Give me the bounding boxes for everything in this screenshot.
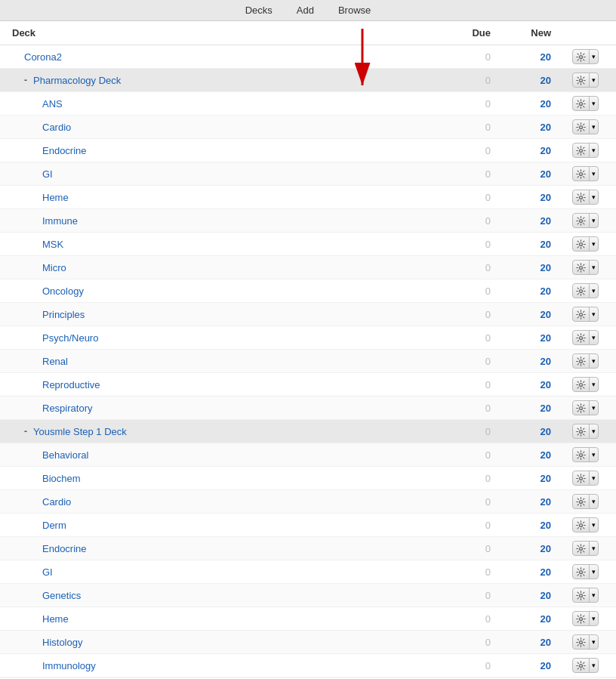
dropdown-arrow[interactable]: ▾ <box>590 518 598 532</box>
gear-button[interactable] <box>573 565 590 579</box>
gear-button[interactable] <box>573 331 590 344</box>
study-button[interactable]: ▾ <box>572 353 599 369</box>
dropdown-arrow[interactable]: ▾ <box>590 424 598 438</box>
deck-link[interactable]: Cardio <box>42 122 71 133</box>
gear-button[interactable] <box>573 588 590 602</box>
dropdown-arrow[interactable]: ▾ <box>590 659 598 672</box>
gear-button[interactable] <box>573 261 590 274</box>
deck-link[interactable]: Corona2 <box>24 51 62 63</box>
deck-link[interactable]: Endocrine <box>42 543 87 554</box>
deck-link[interactable]: MSK <box>42 239 63 250</box>
study-button[interactable]: ▾ <box>572 96 599 111</box>
deck-link[interactable]: Genetics <box>42 590 81 601</box>
dropdown-arrow[interactable]: ▾ <box>590 73 598 87</box>
dropdown-arrow[interactable]: ▾ <box>590 214 598 227</box>
study-button[interactable]: ▾ <box>572 447 599 462</box>
study-button[interactable]: ▾ <box>572 424 599 439</box>
deck-link[interactable]: Oncology <box>42 285 84 297</box>
deck-link[interactable]: Heme <box>42 613 69 625</box>
gear-button[interactable] <box>573 635 590 649</box>
dropdown-arrow[interactable]: ▾ <box>590 120 598 134</box>
study-button[interactable]: ▾ <box>572 283 599 298</box>
study-button[interactable]: ▾ <box>572 190 599 205</box>
deck-link[interactable]: Principles <box>42 309 85 320</box>
dropdown-arrow[interactable]: ▾ <box>590 331 598 344</box>
gear-button[interactable] <box>573 659 590 672</box>
study-button[interactable]: ▾ <box>572 541 599 556</box>
study-button[interactable]: ▾ <box>572 377 599 392</box>
study-button[interactable]: ▾ <box>572 494 599 509</box>
gear-button[interactable] <box>573 190 590 204</box>
dropdown-arrow[interactable]: ▾ <box>590 401 598 415</box>
deck-link[interactable]: Pharmacology Deck <box>33 75 121 86</box>
gear-button[interactable] <box>573 284 590 298</box>
study-button[interactable]: ▾ <box>572 49 599 64</box>
gear-button[interactable] <box>573 612 590 625</box>
deck-link[interactable]: Psych/Neuro <box>42 332 98 344</box>
deck-link[interactable]: Immune <box>42 215 78 227</box>
dropdown-arrow[interactable]: ▾ <box>590 190 598 204</box>
collapse-icon[interactable]: - <box>24 426 27 437</box>
dropdown-arrow[interactable]: ▾ <box>590 50 598 63</box>
deck-link[interactable]: Behavioral <box>42 449 88 461</box>
deck-link[interactable]: Histology <box>42 637 82 648</box>
dropdown-arrow[interactable]: ▾ <box>590 378 598 391</box>
study-button[interactable]: ▾ <box>572 73 599 88</box>
study-button[interactable]: ▾ <box>572 588 599 603</box>
study-button[interactable]: ▾ <box>572 634 599 650</box>
study-button[interactable]: ▾ <box>572 260 599 275</box>
gear-button[interactable] <box>573 237 590 251</box>
gear-button[interactable] <box>573 120 590 134</box>
deck-link[interactable]: Heme <box>42 192 69 203</box>
gear-button[interactable] <box>573 378 590 391</box>
study-button[interactable]: ▾ <box>572 517 599 532</box>
gear-button[interactable] <box>573 495 590 508</box>
dropdown-arrow[interactable]: ▾ <box>590 261 598 274</box>
study-button[interactable]: ▾ <box>572 611 599 626</box>
dropdown-arrow[interactable]: ▾ <box>590 588 598 602</box>
gear-button[interactable] <box>573 73 590 87</box>
dropdown-arrow[interactable]: ▾ <box>590 354 598 368</box>
study-button[interactable]: ▾ <box>572 143 599 158</box>
dropdown-arrow[interactable]: ▾ <box>590 307 598 321</box>
study-button[interactable]: ▾ <box>572 564 599 579</box>
study-button[interactable]: ▾ <box>572 400 599 415</box>
deck-link[interactable]: Biochem <box>42 473 81 484</box>
study-button[interactable]: ▾ <box>572 330 599 345</box>
study-button[interactable]: ▾ <box>572 307 599 322</box>
gear-button[interactable] <box>573 542 590 555</box>
deck-link[interactable]: GI <box>42 566 53 578</box>
dropdown-arrow[interactable]: ▾ <box>590 237 598 251</box>
menu-add[interactable]: Add <box>292 3 319 17</box>
deck-link[interactable]: Endocrine <box>42 145 87 156</box>
dropdown-arrow[interactable]: ▾ <box>590 542 598 555</box>
study-button[interactable]: ▾ <box>572 166 599 181</box>
gear-button[interactable] <box>573 471 590 485</box>
gear-button[interactable] <box>573 424 590 438</box>
deck-link[interactable]: ANS <box>42 98 63 110</box>
gear-button[interactable] <box>573 97 590 110</box>
gear-button[interactable] <box>573 401 590 415</box>
study-button[interactable]: ▾ <box>572 236 599 252</box>
dropdown-arrow[interactable]: ▾ <box>590 284 598 298</box>
deck-link[interactable]: Cardio <box>42 496 71 508</box>
menu-browse[interactable]: Browse <box>334 3 375 17</box>
study-button[interactable]: ▾ <box>572 119 599 134</box>
gear-button[interactable] <box>573 518 590 532</box>
gear-button[interactable] <box>573 354 590 368</box>
menu-decks[interactable]: Decks <box>241 3 277 17</box>
dropdown-arrow[interactable]: ▾ <box>590 495 598 508</box>
study-button[interactable]: ▾ <box>572 213 599 228</box>
gear-button[interactable] <box>573 144 590 157</box>
dropdown-arrow[interactable]: ▾ <box>590 565 598 579</box>
deck-link[interactable]: Yousmle Step 1 Deck <box>33 426 127 437</box>
deck-link[interactable]: Immunology <box>42 660 96 671</box>
study-button[interactable]: ▾ <box>572 471 599 486</box>
dropdown-arrow[interactable]: ▾ <box>590 167 598 181</box>
dropdown-arrow[interactable]: ▾ <box>590 97 598 110</box>
deck-link[interactable]: Renal <box>42 356 68 367</box>
deck-link[interactable]: Reproductive <box>42 379 100 390</box>
deck-link[interactable]: GI <box>42 168 53 180</box>
gear-button[interactable] <box>573 448 590 461</box>
gear-button[interactable] <box>573 50 590 63</box>
